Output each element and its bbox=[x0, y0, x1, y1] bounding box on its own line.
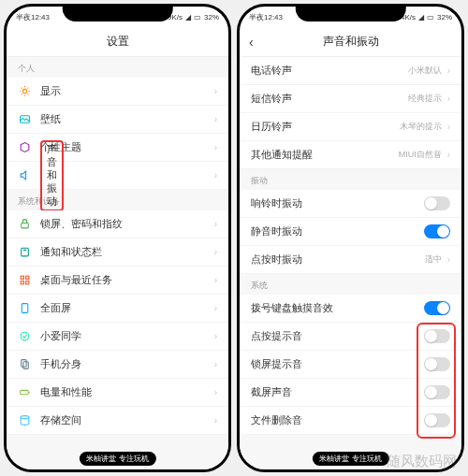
row-battery[interactable]: 电量和性能 › bbox=[7, 379, 228, 407]
row-lock-sound[interactable]: 锁屏提示音 bbox=[240, 351, 461, 379]
row-phone-ringtone[interactable]: 电话铃声 小米默认 › bbox=[240, 57, 461, 85]
row-dial-sound[interactable]: 拨号键盘触摸音效 bbox=[240, 295, 461, 323]
row-value: 小米默认 bbox=[408, 65, 442, 77]
row-desktop[interactable]: 桌面与最近任务 › bbox=[7, 267, 228, 295]
row-label: 通知和状态栏 bbox=[40, 246, 214, 259]
row-label: 其他通知提醒 bbox=[251, 149, 399, 162]
toggle-switch[interactable] bbox=[424, 301, 450, 315]
row-tap-sound[interactable]: 点按提示音 bbox=[240, 323, 461, 351]
row-other-notification[interactable]: 其他通知提醒 MIUI自然音 › bbox=[240, 141, 461, 169]
header: ‹ 声音和振动 bbox=[240, 27, 461, 57]
row-label: 拨号键盘触摸音效 bbox=[251, 302, 424, 315]
bottom-banner: 米柚讲堂 专注玩机 bbox=[79, 452, 155, 466]
back-button[interactable]: ‹ bbox=[249, 35, 254, 50]
row-vibrate-tap[interactable]: 点按时振动 适中 › bbox=[240, 246, 461, 274]
toggle-switch[interactable] bbox=[424, 224, 450, 238]
row-delete-sound[interactable]: 文件删除音 bbox=[240, 407, 461, 435]
row-notifications[interactable]: 通知和状态栏 › bbox=[7, 238, 228, 267]
row-label: 日历铃声 bbox=[251, 121, 400, 134]
row-label: 手机分身 bbox=[40, 358, 214, 371]
page-title: 设置 bbox=[107, 34, 129, 50]
notch bbox=[62, 7, 173, 22]
battery-icon: ▭ bbox=[194, 13, 201, 22]
chevron-icon: › bbox=[214, 331, 217, 341]
toggle-switch[interactable] bbox=[424, 357, 450, 371]
status-battery: 32% bbox=[204, 13, 219, 22]
section-vibration: 振动 bbox=[240, 169, 461, 190]
row-label: 短信铃声 bbox=[251, 93, 408, 106]
status-time: 半夜12:43 bbox=[16, 12, 50, 22]
sound-list: 电话铃声 小米默认 › 短信铃声 经典提示 › 日历铃声 木琴的提示 › 其他通… bbox=[240, 57, 461, 469]
svg-rect-6 bbox=[21, 281, 23, 284]
svg-rect-5 bbox=[25, 276, 28, 279]
row-label: 点按时振动 bbox=[251, 253, 425, 267]
row-label: 文件删除音 bbox=[251, 414, 424, 427]
svg-point-9 bbox=[21, 332, 29, 340]
storage-icon bbox=[18, 414, 31, 427]
row-storage[interactable]: 存储空间 › bbox=[7, 407, 228, 435]
row-value: 木琴的提示 bbox=[400, 121, 442, 133]
row-lockscreen[interactable]: 锁屏、密码和指纹 › bbox=[7, 210, 228, 238]
toggle-switch[interactable] bbox=[424, 329, 450, 343]
row-secondspace[interactable]: 手机分身 › bbox=[7, 351, 228, 379]
svg-rect-4 bbox=[21, 276, 23, 279]
section-personal: 个人 bbox=[7, 57, 228, 78]
theme-icon bbox=[18, 141, 31, 154]
chevron-icon: › bbox=[214, 170, 217, 180]
clone-icon bbox=[18, 358, 31, 371]
row-wallpaper[interactable]: 壁纸 › bbox=[7, 106, 228, 134]
svg-rect-12 bbox=[20, 390, 28, 394]
chevron-icon: › bbox=[447, 254, 450, 265]
row-label: 响铃时振动 bbox=[251, 197, 424, 210]
row-fullscreen[interactable]: 全面屏 › bbox=[7, 295, 228, 323]
chevron-icon: › bbox=[214, 247, 217, 257]
sun-icon bbox=[18, 85, 31, 98]
phone-settings: 半夜12:43 10.9K/s ◢ ▭ 32% 设置 个人 显示 › 壁纸 › … bbox=[4, 4, 231, 472]
chevron-icon: › bbox=[214, 219, 217, 229]
row-vibrate-silent[interactable]: 静音时振动 bbox=[240, 218, 461, 246]
row-value: 适中 bbox=[425, 253, 442, 266]
chevron-icon: › bbox=[447, 94, 450, 104]
row-display[interactable]: 显示 › bbox=[7, 78, 228, 106]
ai-icon bbox=[18, 330, 31, 343]
chevron-icon: › bbox=[214, 387, 217, 397]
row-screenshot-sound[interactable]: 截屏声音 bbox=[240, 379, 461, 407]
row-label: 个性主题 bbox=[40, 141, 214, 154]
phone-sound-settings: 半夜12:43 1.84K/s ◢ ▭ 32% ‹ 声音和振动 电话铃声 小米默… bbox=[237, 4, 464, 472]
row-value: MIUI自然音 bbox=[399, 149, 442, 161]
image-icon bbox=[18, 113, 31, 126]
signal-icon: ◢ bbox=[185, 13, 191, 22]
row-calendar-ringtone[interactable]: 日历铃声 木琴的提示 › bbox=[240, 113, 461, 141]
status-time: 半夜12:43 bbox=[249, 12, 283, 22]
fullscreen-icon bbox=[18, 302, 31, 315]
sound-icon bbox=[18, 169, 31, 182]
chevron-icon: › bbox=[214, 142, 217, 152]
row-label: 静音时振动 bbox=[251, 225, 424, 238]
svg-point-13 bbox=[21, 416, 29, 419]
row-xiaoai[interactable]: 小爱同学 › bbox=[7, 323, 228, 351]
chevron-icon: › bbox=[214, 303, 217, 313]
status-battery: 32% bbox=[437, 13, 452, 22]
svg-rect-7 bbox=[25, 281, 28, 284]
row-label: 锁屏、密码和指纹 bbox=[40, 218, 214, 231]
section-system: 系统 bbox=[240, 274, 461, 295]
signal-icon: ◢ bbox=[418, 13, 424, 22]
row-sound-vibration[interactable]: 声音和振动 › bbox=[7, 162, 228, 190]
toggle-switch[interactable] bbox=[424, 413, 450, 427]
svg-point-0 bbox=[22, 89, 26, 93]
row-value: 经典提示 bbox=[408, 93, 442, 105]
settings-list: 个人 显示 › 壁纸 › 个性主题 › 声音和振动 › 系统和设备 锁屏、密码和… bbox=[7, 57, 228, 469]
row-label: 壁纸 bbox=[40, 113, 214, 126]
row-label: 电话铃声 bbox=[251, 65, 408, 78]
svg-rect-10 bbox=[21, 360, 25, 368]
row-label: 锁屏提示音 bbox=[251, 358, 424, 371]
bottom-banner: 米柚讲堂 专注玩机 bbox=[312, 452, 388, 466]
bell-icon bbox=[18, 246, 31, 259]
notch bbox=[295, 7, 406, 22]
row-sms-ringtone[interactable]: 短信铃声 经典提示 › bbox=[240, 85, 461, 113]
row-vibrate-ring[interactable]: 响铃时振动 bbox=[240, 190, 461, 218]
toggle-switch[interactable] bbox=[424, 196, 450, 210]
chevron-icon: › bbox=[214, 359, 217, 369]
toggle-switch[interactable] bbox=[424, 385, 450, 399]
lock-icon bbox=[18, 218, 31, 231]
